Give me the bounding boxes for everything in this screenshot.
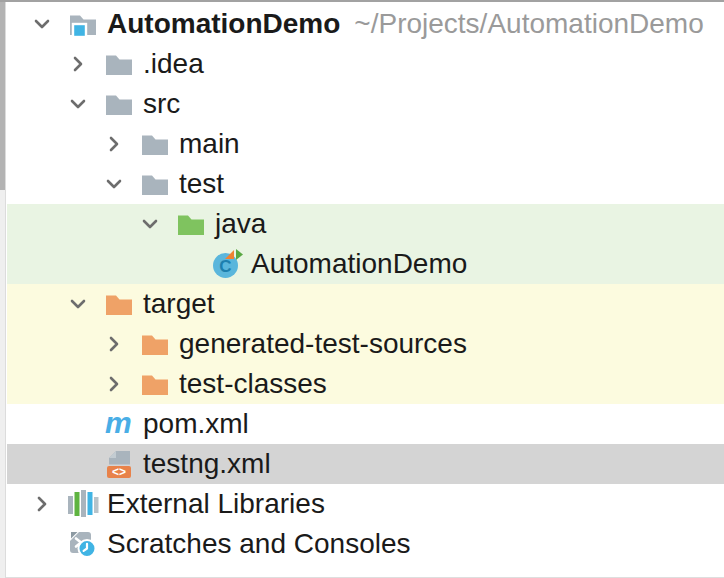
svg-text:m: m xyxy=(105,406,132,439)
chevron-right-icon[interactable] xyxy=(59,44,97,84)
tree-row-src[interactable]: src xyxy=(7,84,724,124)
tree-row-pom-xml[interactable]: mpom.xml xyxy=(7,404,724,444)
tree-item-label: target xyxy=(143,288,215,320)
folder-orange-icon xyxy=(103,288,135,320)
folder-icon xyxy=(139,128,171,160)
libraries-icon xyxy=(67,488,99,520)
chevron-right-icon[interactable] xyxy=(23,484,61,524)
tree-item-label: AutomationDemo xyxy=(107,8,340,40)
svg-text:C: C xyxy=(219,257,231,276)
tree-row-test-classes[interactable]: test-classes xyxy=(7,364,724,404)
tree-item-label: src xyxy=(143,88,180,120)
chevron-down-icon[interactable] xyxy=(131,204,169,244)
folder-icon xyxy=(103,88,135,120)
tree-item-label: generated-test-sources xyxy=(179,328,467,360)
folder-orange-icon xyxy=(139,368,171,400)
tree-item-label: Scratches and Consoles xyxy=(107,528,411,560)
tree-item-label: AutomationDemo xyxy=(251,248,467,280)
project-tree: AutomationDemo~/Projects/AutomationDemo.… xyxy=(7,4,724,564)
xml-icon: <> xyxy=(103,448,135,480)
chevron-down-icon[interactable] xyxy=(59,284,97,324)
tree-row-test[interactable]: test xyxy=(7,164,724,204)
tree-row-testng-xml[interactable]: <>testng.xml xyxy=(7,444,724,484)
chevron-right-icon[interactable] xyxy=(95,124,133,164)
tree-item-label: .idea xyxy=(143,48,204,80)
folder-green-icon xyxy=(175,208,207,240)
folder-icon xyxy=(139,168,171,200)
folder-icon xyxy=(103,48,135,80)
chevron-right-icon[interactable] xyxy=(95,324,133,364)
tree-row-target[interactable]: target xyxy=(7,284,724,324)
tree-row-java[interactable]: java xyxy=(7,204,724,244)
project-folder-icon xyxy=(67,8,99,40)
panel-top-border xyxy=(0,0,724,2)
tree-row-idea[interactable]: .idea xyxy=(7,44,724,84)
tree-row-scratches-and-consoles[interactable]: Scratches and Consoles xyxy=(7,524,724,564)
chevron-spacer xyxy=(59,444,97,484)
tree-item-label: java xyxy=(215,208,266,240)
svg-text:<>: <> xyxy=(112,465,126,479)
chevron-right-icon[interactable] xyxy=(95,364,133,404)
tree-item-label: test-classes xyxy=(179,368,327,400)
chevron-spacer xyxy=(167,244,205,284)
scratches-icon xyxy=(67,528,99,560)
tree-item-label: main xyxy=(179,128,240,160)
tree-item-label: test xyxy=(179,168,224,200)
chevron-down-icon[interactable] xyxy=(23,4,61,44)
chevron-down-icon[interactable] xyxy=(95,164,133,204)
tree-row-automationdemo[interactable]: CAutomationDemo xyxy=(7,244,724,284)
folder-orange-icon xyxy=(139,328,171,360)
left-scrollbar[interactable] xyxy=(0,0,6,578)
chevron-down-icon[interactable] xyxy=(59,84,97,124)
maven-icon: m xyxy=(103,408,135,440)
tree-row-generated-test-sources[interactable]: generated-test-sources xyxy=(7,324,724,364)
tree-item-label: testng.xml xyxy=(143,448,271,480)
chevron-spacer xyxy=(59,404,97,444)
tree-row-main[interactable]: main xyxy=(7,124,724,164)
chevron-spacer xyxy=(23,524,61,564)
tree-row-automationdemo[interactable]: AutomationDemo~/Projects/AutomationDemo xyxy=(7,4,724,44)
class-icon: C xyxy=(211,248,243,280)
scrollbar-thumb[interactable] xyxy=(0,0,5,190)
project-path: ~/Projects/AutomationDemo xyxy=(354,8,703,40)
tree-row-external-libraries[interactable]: External Libraries xyxy=(7,484,724,524)
tree-item-label: pom.xml xyxy=(143,408,249,440)
tree-item-label: External Libraries xyxy=(107,488,325,520)
